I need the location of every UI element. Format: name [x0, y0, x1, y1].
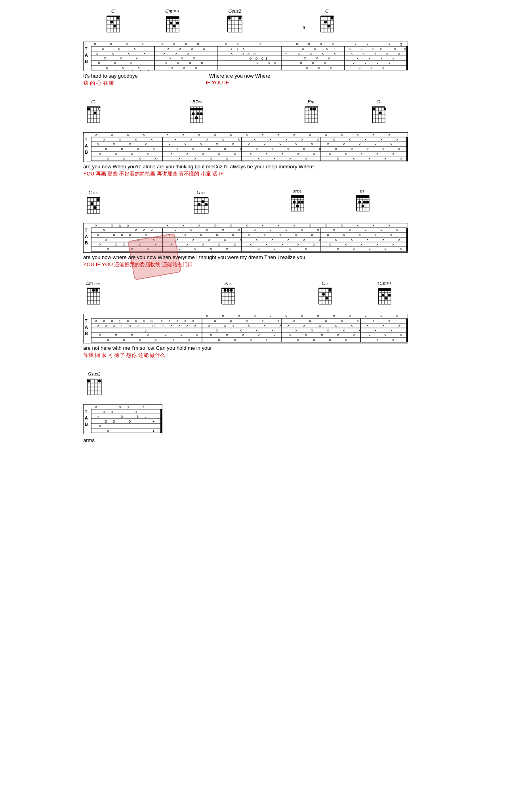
svg-text:×: × [356, 133, 359, 137]
lyric-en-text: It's hard to say goodbye [83, 73, 138, 79]
svg-text:0: 0 [119, 405, 121, 409]
svg-text:×: × [390, 142, 393, 147]
svg-point-596 [382, 294, 385, 297]
svg-text:×: × [309, 319, 311, 323]
svg-text:×: × [184, 319, 187, 323]
svg-text:×: × [374, 328, 377, 333]
svg-text:×: × [297, 152, 299, 156]
svg-text:B: B [85, 150, 88, 154]
svg-text:×: × [271, 147, 274, 151]
svg-point-209 [200, 112, 203, 115]
chord-name: Gsus2 [228, 8, 241, 14]
svg-text:×: × [384, 156, 387, 161]
svg-text:×: × [208, 238, 210, 242]
svg-text:×: × [327, 233, 329, 237]
svg-text:×: × [279, 324, 282, 328]
section-5: Gsus2 T [83, 371, 424, 443]
svg-text:×: × [329, 152, 331, 156]
svg-text:×: × [301, 314, 303, 318]
svg-text:3: 3 [400, 42, 402, 46]
svg-text:×: × [240, 147, 242, 151]
svg-text:×: × [119, 137, 121, 142]
svg-text:2: 2 [162, 324, 164, 328]
chord-a-1: A ○ [220, 280, 236, 306]
svg-text:×: × [231, 51, 233, 56]
svg-text:×: × [368, 247, 371, 252]
svg-text:×: × [224, 238, 226, 242]
svg-point-738 [98, 380, 101, 383]
chord-diagram-svg [226, 14, 244, 34]
svg-text:×: × [105, 147, 107, 151]
svg-point-571 [230, 289, 233, 292]
svg-text:×: × [392, 338, 395, 342]
svg-text:×: × [238, 314, 240, 318]
svg-text:×: × [131, 333, 133, 337]
svg-text:A: A [85, 234, 88, 239]
svg-text:×: × [175, 51, 177, 56]
svg-text:×: × [265, 242, 268, 247]
svg-text:3: 3 [265, 57, 267, 61]
svg-text:×: × [300, 61, 302, 65]
svg-text:×: × [320, 42, 322, 46]
svg-text:×: × [176, 238, 179, 242]
svg-text:×: × [166, 223, 169, 228]
svg-text:×: × [301, 228, 303, 233]
svg-text:×: × [250, 152, 252, 156]
svg-text:×: × [356, 223, 359, 228]
svg-text:×: × [305, 333, 307, 337]
svg-text:×: × [384, 333, 387, 337]
chord-gsus2-2: Gsus2 [85, 371, 103, 397]
svg-text:×: × [222, 314, 224, 318]
svg-text:×: × [325, 223, 327, 228]
svg-text:×: × [293, 319, 295, 323]
svg-text:×: × [333, 228, 335, 233]
svg-point-597 [385, 297, 388, 300]
svg-text:4: 4 [143, 405, 145, 409]
svg-text:×: × [202, 242, 204, 247]
svg-text:1: 1 [119, 319, 121, 323]
svg-point-400 [293, 201, 296, 204]
svg-text:×: × [103, 137, 105, 142]
svg-text:×: × [182, 223, 185, 228]
svg-text:×: × [256, 61, 259, 65]
svg-text:×: × [311, 328, 313, 333]
svg-text:T: T [85, 228, 88, 233]
chords-row-1: C [83, 8, 424, 42]
svg-text:×: × [192, 238, 194, 242]
svg-text:3: 3 [111, 410, 113, 414]
svg-text:×: × [273, 247, 276, 252]
svg-text:×: × [343, 142, 345, 147]
svg-text:×: × [246, 319, 248, 323]
svg-text:×: × [364, 61, 366, 65]
svg-text:×: × [200, 142, 202, 147]
svg-text:3: 3 [103, 410, 105, 414]
svg-point-598 [388, 294, 391, 297]
svg-text:×: × [329, 242, 331, 247]
svg-text:×: × [358, 328, 361, 333]
svg-text:×: × [191, 47, 193, 51]
svg-text:3: 3 [230, 47, 232, 51]
svg-text:3: 3 [119, 224, 121, 228]
svg-text:×: × [305, 156, 307, 161]
svg-text:×: × [180, 333, 183, 337]
lyrics-en-3: are you now where are you now When every… [83, 254, 424, 260]
svg-text:0: 0 [129, 419, 131, 423]
lyric-cn-text: 等我 回 家 可 除了 想你 还能 做什么 [83, 352, 165, 358]
svg-text:×: × [319, 147, 321, 151]
chord-b7-1: 2 B7 B1 [188, 99, 204, 125]
svg-text:×: × [287, 238, 290, 242]
svg-text:×: × [224, 324, 226, 328]
svg-text:×: × [137, 66, 140, 70]
chord-name: B7 [192, 99, 198, 105]
svg-text:×: × [145, 142, 147, 147]
svg-text:0: 0 [250, 57, 252, 61]
svg-text:0: 0 [121, 415, 123, 419]
svg-text:×: × [313, 242, 315, 247]
svg-point-194 [99, 108, 101, 111]
chord-name: Gsus2 [88, 371, 101, 377]
svg-text:×: × [303, 324, 305, 328]
svg-text:×: × [273, 156, 276, 161]
svg-text:×: × [230, 223, 232, 228]
svg-text:×: × [396, 228, 398, 233]
svg-text:×: × [358, 142, 361, 147]
